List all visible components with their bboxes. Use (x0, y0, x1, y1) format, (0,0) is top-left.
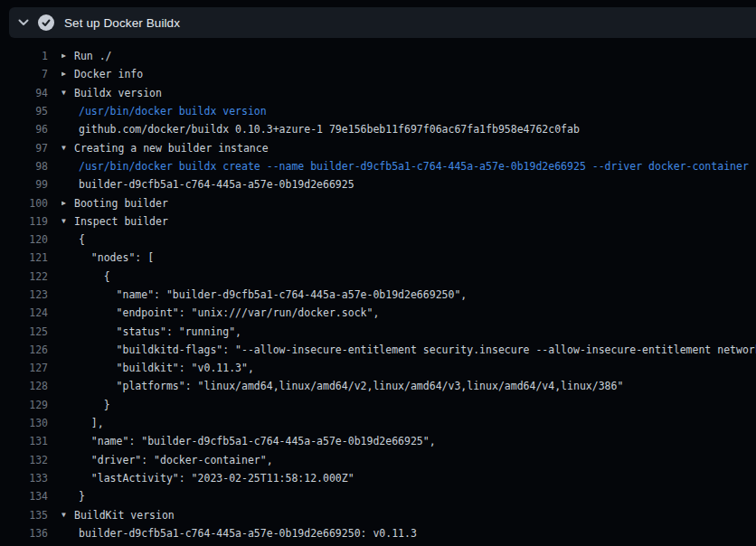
line-number[interactable]: 131 (0, 435, 48, 447)
line-number[interactable]: 122 (0, 270, 48, 283)
log-group-toggle[interactable]: ▶ Run ./ (61, 50, 756, 62)
disclosure-triangle-icon[interactable]: ▶ (61, 200, 74, 207)
log-group-toggle[interactable]: ▼ BuildKit version (61, 509, 756, 522)
log-line: 100 ▶ Booting builder (0, 193, 756, 212)
log-line: 7 ▶ Docker info (0, 65, 756, 83)
log-group-toggle[interactable]: ▼ Inspect builder (61, 215, 756, 228)
line-number[interactable]: 94 (0, 87, 48, 99)
log-line-body: "name": "builder-d9cfb5a1-c764-445a-a57e… (61, 435, 756, 447)
log-line: 99 builder-d9cfb5a1-c764-445a-a57e-0b19d… (0, 175, 756, 193)
line-number[interactable]: 134 (0, 490, 48, 503)
line-number[interactable]: 129 (0, 399, 48, 411)
log-group-toggle[interactable]: ▶ Docker info (61, 68, 756, 80)
log-line-text: "driver": "docker-container", (61, 454, 273, 466)
log-group-label: Run ./ (74, 50, 112, 62)
disclosure-triangle-icon[interactable]: ▶ (61, 71, 74, 78)
log-line-body: { (61, 270, 756, 283)
log-line-body: ], (61, 417, 756, 429)
log-group-label: Buildx version (74, 87, 162, 99)
log-line: 127 "buildkit": "v0.11.3", (0, 359, 756, 377)
line-number[interactable]: 123 (0, 288, 48, 301)
log-line-text: builder-d9cfb5a1-c764-445a-a57e-0b19d2e6… (61, 527, 417, 540)
log-line-body: "driver": "docker-container", (61, 454, 756, 466)
log-line-body: "nodes": [ (61, 251, 756, 264)
line-number[interactable]: 95 (0, 105, 48, 118)
log-line-text: builder-d9cfb5a1-c764-445a-a57e-0b19d2e6… (61, 178, 354, 191)
disclosure-triangle-icon[interactable]: ▼ (61, 512, 74, 519)
log-group-label: Creating a new builder instance (74, 142, 269, 155)
line-number[interactable]: 120 (0, 233, 48, 246)
log-group-toggle[interactable]: ▼ Creating a new builder instance (61, 142, 756, 155)
log-line-text: github.com/docker/buildx 0.10.3+azure-1 … (61, 123, 580, 136)
log-line: 121 "nodes": [ (0, 249, 756, 267)
log-line-text: { (61, 270, 110, 283)
log-line-body: "status": "running", (61, 325, 756, 338)
line-number[interactable]: 132 (0, 454, 48, 466)
log-line-body: github.com/docker/buildx 0.10.3+azure-1 … (61, 123, 756, 136)
log-line-body: { (61, 233, 756, 246)
line-number[interactable]: 100 (0, 197, 48, 210)
line-number[interactable]: 125 (0, 325, 48, 338)
log-group-toggle[interactable]: ▼ Buildx version (61, 87, 756, 99)
log-line-body: "endpoint": "unix:///var/run/docker.sock… (61, 306, 756, 319)
line-number[interactable]: 1 (0, 50, 48, 62)
check-circle-icon (38, 14, 54, 31)
line-number[interactable]: 119 (0, 215, 48, 228)
log-line: 98 /usr/bin/docker buildx create --name … (0, 157, 756, 175)
line-number[interactable]: 128 (0, 380, 48, 392)
log-line-body: /usr/bin/docker buildx create --name bui… (61, 160, 756, 173)
line-number[interactable]: 136 (0, 527, 48, 540)
line-number[interactable]: 127 (0, 362, 48, 374)
chevron-down-icon[interactable] (16, 15, 31, 30)
log-line: 120 { (0, 231, 756, 249)
log-line: 129 } (0, 396, 756, 414)
log-line: 122 { (0, 268, 756, 286)
log-line: 95 /usr/bin/docker buildx version (0, 102, 756, 120)
disclosure-triangle-icon[interactable]: ▼ (61, 218, 74, 225)
log-line-body: /usr/bin/docker buildx version (61, 105, 756, 118)
log-line-text: "name": "builder-d9cfb5a1-c764-445a-a57e… (61, 288, 467, 301)
line-number[interactable]: 96 (0, 123, 48, 136)
log-line-body: } (61, 490, 756, 503)
log-line-body: "buildkit": "v0.11.3", (61, 362, 756, 374)
line-number[interactable]: 133 (0, 472, 48, 485)
log-line-text: "endpoint": "unix:///var/run/docker.sock… (61, 306, 379, 319)
log-line: 125 "status": "running", (0, 322, 756, 340)
line-number[interactable]: 99 (0, 178, 48, 191)
log-line: 124 "endpoint": "unix:///var/run/docker.… (0, 304, 756, 322)
disclosure-triangle-icon[interactable]: ▼ (61, 145, 74, 152)
disclosure-triangle-icon[interactable]: ▶ (61, 52, 74, 60)
log-line: 134 } (0, 487, 756, 505)
log-line: 133 "lastActivity": "2023-02-25T11:58:12… (0, 469, 756, 487)
log-line: 132 "driver": "docker-container", (0, 451, 756, 469)
line-number[interactable]: 121 (0, 251, 48, 264)
log-line-body: "lastActivity": "2023-02-25T11:58:12.000… (61, 472, 756, 485)
line-number[interactable]: 97 (0, 142, 48, 155)
line-number[interactable]: 130 (0, 417, 48, 429)
log-group-label: BuildKit version (74, 509, 175, 522)
line-number[interactable]: 124 (0, 306, 48, 319)
log-view: 1 ▶ Run ./ 7 ▶ Docker info 94 ▼ Buildx v… (0, 47, 756, 542)
log-group-toggle[interactable]: ▶ Booting builder (61, 197, 756, 210)
log-line: 1 ▶ Run ./ (0, 47, 756, 65)
log-line-text: /usr/bin/docker buildx create --name bui… (61, 160, 749, 173)
line-number[interactable]: 98 (0, 160, 48, 173)
step-header[interactable]: Set up Docker Buildx (9, 7, 756, 38)
log-line-body: "platforms": "linux/amd64,linux/amd64/v2… (61, 380, 756, 392)
log-line-text: "platforms": "linux/amd64,linux/amd64/v2… (61, 380, 623, 392)
log-line-text: } (61, 490, 85, 503)
log-line-text: "name": "builder-d9cfb5a1-c764-445a-a57e… (61, 435, 436, 447)
log-line: 128 "platforms": "linux/amd64,linux/amd6… (0, 377, 756, 395)
log-line: 136 builder-d9cfb5a1-c764-445a-a57e-0b19… (0, 524, 756, 542)
log-line: 119 ▼ Inspect builder (0, 212, 756, 231)
line-number[interactable]: 7 (0, 68, 48, 80)
line-number[interactable]: 135 (0, 509, 48, 522)
log-line-text: ], (61, 417, 104, 429)
log-line-body: "buildkitd-flags": "--allow-insecure-ent… (61, 344, 756, 356)
line-number[interactable]: 126 (0, 344, 48, 356)
log-line-text: { (61, 233, 85, 246)
log-group-label: Docker info (74, 68, 143, 80)
log-line-body: builder-d9cfb5a1-c764-445a-a57e-0b19d2e6… (61, 178, 756, 191)
log-line: 94 ▼ Buildx version (0, 84, 756, 102)
disclosure-triangle-icon[interactable]: ▼ (61, 89, 74, 97)
